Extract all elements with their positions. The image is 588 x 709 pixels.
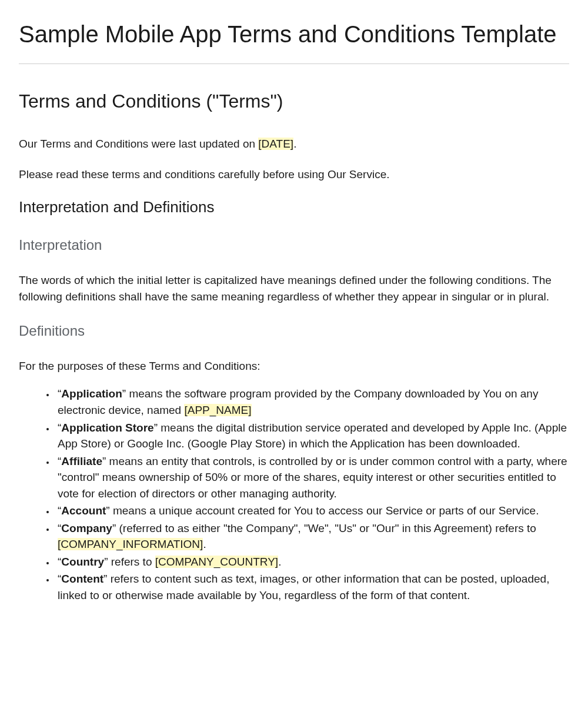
interpretation-heading: Interpretation xyxy=(19,235,569,256)
term-affiliate: Affiliate xyxy=(61,455,102,467)
definition-account: “Account” means a unique account created… xyxy=(55,503,569,519)
definitions-list: “Application” means the software program… xyxy=(19,386,569,603)
definition-text: ” means the software program provided by… xyxy=(58,387,538,416)
date-placeholder: [DATE] xyxy=(258,138,293,150)
definitions-intro: For the purposes of these Terms and Cond… xyxy=(19,358,569,374)
definition-text: ” refers to xyxy=(104,556,155,568)
section-heading: Terms and Conditions ("Terms") xyxy=(19,88,569,115)
intro-suffix: . xyxy=(293,138,296,150)
term-content: Content xyxy=(61,573,103,585)
definition-text: ” means a unique account created for You… xyxy=(106,504,539,517)
definition-application-store: “Application Store” means the digital di… xyxy=(55,420,569,452)
company-info-placeholder: [COMPANY_INFORMATION] xyxy=(58,538,203,550)
definition-company: “Company” (referred to as either "the Co… xyxy=(55,520,569,553)
term-account: Account xyxy=(61,504,106,517)
term-country: Country xyxy=(61,556,104,568)
page-title: Sample Mobile App Terms and Conditions T… xyxy=(19,19,569,49)
definition-content: “Content” refers to content such as text… xyxy=(55,571,569,603)
intro-prefix: Our Terms and Conditions were last updat… xyxy=(19,138,258,150)
definition-text: ” (referred to as either "the Company", … xyxy=(112,522,536,534)
app-name-placeholder: [APP_NAME] xyxy=(184,404,251,416)
definition-text: ” means an entity that controls, is cont… xyxy=(58,455,567,500)
term-company: Company xyxy=(61,522,112,534)
definition-text: ” refers to content such as text, images… xyxy=(58,573,549,601)
term-application: Application xyxy=(61,387,122,400)
divider xyxy=(19,63,569,64)
definition-application: “Application” means the software program… xyxy=(55,386,569,418)
definition-affiliate: “Affiliate” means an entity that control… xyxy=(55,453,569,502)
last-updated-text: Our Terms and Conditions were last updat… xyxy=(19,136,569,152)
definitions-heading: Definitions xyxy=(19,321,569,342)
interpretation-definitions-heading: Interpretation and Definitions xyxy=(19,196,569,219)
trail: . xyxy=(278,556,281,568)
company-country-placeholder: [COMPANY_COUNTRY] xyxy=(155,556,278,568)
trail: . xyxy=(203,538,206,550)
interpretation-body: The words of which the initial letter is… xyxy=(19,272,569,305)
term-application-store: Application Store xyxy=(61,422,153,434)
definition-country: “Country” refers to [COMPANY_COUNTRY]. xyxy=(55,554,569,570)
intro-paragraph-2: Please read these terms and conditions c… xyxy=(19,166,569,183)
